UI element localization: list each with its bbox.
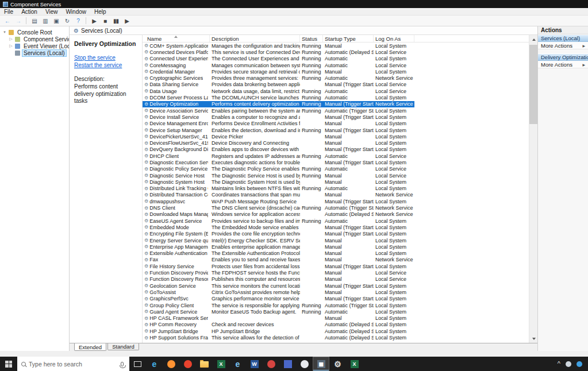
service-row[interactable]: ⚙Embedded ModeThe Embedded Mode service … — [143, 224, 414, 230]
tray-icon-2-icon[interactable] — [577, 361, 582, 367]
expand-arrow-icon[interactable]: ▷ — [9, 37, 13, 41]
taskbar-file-explorer[interactable] — [196, 357, 213, 371]
search-input[interactable] — [29, 361, 118, 368]
tree-item-services-local[interactable]: Services (Local) — [0, 49, 69, 56]
column-header-description[interactable]: Description — [210, 35, 300, 42]
actions-section-services-local[interactable]: Services (Local) — [538, 34, 588, 42]
service-row[interactable]: ⚙Distributed Transaction Coo...Coordinat… — [143, 192, 414, 198]
service-row[interactable]: ⚙DCOM Server Process Laun...The DCOMLAUN… — [143, 94, 414, 101]
service-row[interactable]: ⚙Credential ManagerProvides secure stora… — [143, 68, 414, 75]
service-row[interactable]: ⚙Diagnostic System HostThe Diagnostic Sy… — [143, 179, 414, 185]
service-row[interactable]: ⚙Guard Agent ServiceMonitor EaseUS Todo … — [143, 308, 414, 315]
help-button-icon[interactable]: ? — [73, 17, 83, 25]
menu-file[interactable]: File — [0, 8, 17, 15]
column-header-startup-type[interactable]: Startup Type — [323, 35, 374, 42]
taskbar-word[interactable]: W — [246, 357, 263, 371]
taskbar-app-blue[interactable] — [279, 357, 296, 371]
service-row[interactable]: ⚙Enterprise App Managemen...Enables ente… — [143, 244, 414, 250]
service-row[interactable]: ⚙Extensible Authentication P...The Exten… — [143, 250, 414, 257]
service-row[interactable]: ⚙Diagnostic Service HostThe Diagnostic S… — [143, 172, 414, 179]
tree-item-console-root[interactable]: ▾ Console Root — [0, 29, 69, 36]
service-row[interactable]: ⚙CoreMessagingManages communication betw… — [143, 62, 414, 68]
scroll-down-button[interactable] — [529, 334, 538, 343]
pause-service-button-icon[interactable]: ▮▮ — [111, 17, 121, 25]
service-row[interactable]: ⚙Diagnostic Policy ServiceThe Diagnostic… — [143, 166, 414, 172]
more-actions-item[interactable]: More Actions▶ — [538, 61, 588, 68]
taskbar-component-services[interactable]: ▦ — [313, 357, 329, 371]
export-list-button-icon[interactable]: ▥ — [40, 17, 50, 25]
service-row[interactable]: ⚙Device Association ServiceEnables pairi… — [143, 107, 414, 114]
restart-service-button-icon[interactable]: ▶ — [122, 17, 132, 25]
taskbar-opera[interactable] — [179, 357, 196, 371]
service-row[interactable]: ⚙DevicesFlowUserSvc_4197dDevice Discover… — [143, 140, 414, 146]
start-button[interactable] — [0, 357, 17, 371]
start-service-button-icon[interactable]: ▶ — [89, 17, 99, 25]
scroll-thumb[interactable] — [529, 45, 537, 124]
expand-arrow-icon[interactable]: ▷ — [9, 44, 13, 48]
forward-button-icon[interactable]: → — [13, 17, 23, 25]
service-row[interactable]: ⚙GraphicsPerfSvcGraphics performance mon… — [143, 296, 414, 302]
service-row[interactable]: ⚙Diagnostic Execution ServiceExecutes di… — [143, 159, 414, 165]
column-header-log-on-as[interactable]: Log On As — [374, 35, 414, 42]
service-row[interactable]: ⚙Energy Server Service queen...Intel(r) … — [143, 237, 414, 244]
show-console-tree-button-icon[interactable]: ▤ — [29, 17, 39, 25]
taskbar-task-view[interactable] — [129, 357, 146, 371]
service-link-restart-the-service[interactable]: Restart the service — [74, 62, 137, 68]
service-row[interactable]: ⚙Downloaded Maps ManagerWindows service … — [143, 211, 414, 218]
vertical-scrollbar[interactable] — [529, 35, 537, 343]
service-row[interactable]: ⚙Data UsageNetwork data usage, data limi… — [143, 88, 414, 94]
microphone-icon[interactable] — [121, 362, 124, 366]
tray-icon-1-icon[interactable] — [566, 361, 571, 367]
service-row[interactable]: ⚙FaxEnables you to send and receive faxe… — [143, 257, 414, 263]
properties-button-icon[interactable]: ▣ — [51, 17, 61, 25]
service-row[interactable]: ⚙DevicePickerUserSvc_4197dDevice PickerM… — [143, 133, 414, 140]
service-row[interactable]: ⚙Distributed Link Tracking Cl...Maintain… — [143, 186, 414, 192]
taskbar-edge[interactable]: e — [146, 357, 163, 371]
service-row[interactable]: ⚙Cryptographic ServicesProvides three ma… — [143, 75, 414, 81]
menu-window[interactable]: Window — [62, 8, 90, 15]
taskbar-excel-2[interactable]: X — [346, 357, 363, 371]
tree-item-event-viewer-local[interactable]: ▷Event Viewer (Local) — [0, 42, 69, 49]
taskbar-search[interactable] — [17, 357, 129, 371]
expand-arrow-icon[interactable]: ▾ — [2, 30, 7, 34]
column-header-status[interactable]: Status — [300, 35, 323, 42]
service-row[interactable]: ⚙DevQuery Background Disc...Enables apps… — [143, 146, 414, 153]
service-row[interactable]: ⚙Connected Devices Platfor...This servic… — [143, 49, 414, 55]
service-row[interactable]: ⚙Delivery OptimizationPerforms content d… — [143, 101, 414, 107]
service-row[interactable]: ⚙Device Setup ManagerEnables the detecti… — [143, 127, 414, 133]
service-row[interactable]: ⚙Data Sharing ServiceProvides data broke… — [143, 82, 414, 88]
actions-section-delivery-optimization[interactable]: Delivery Optimization — [538, 53, 588, 61]
service-row[interactable]: ⚙Device Management Enroll...Performs Dev… — [143, 121, 414, 127]
menu-action[interactable]: Action — [17, 8, 41, 15]
taskbar-app-red[interactable] — [263, 357, 279, 371]
service-row[interactable]: ⚙DNS ClientThe DNS Client service (dnsca… — [143, 204, 414, 211]
menu-view[interactable]: View — [41, 8, 62, 15]
tray-chevron-icon[interactable]: ^ — [558, 361, 560, 367]
taskbar-settings[interactable]: ⚙ — [329, 357, 346, 371]
service-row[interactable]: ⚙HP JumpStart BridgeHP JumpStart BridgeA… — [143, 328, 414, 334]
service-row[interactable]: ⚙dmwappushsvcWAP Push Message Routing Se… — [143, 198, 414, 204]
scroll-track[interactable] — [529, 44, 537, 334]
service-row[interactable]: ⚙Group Policy ClientThe service is respo… — [143, 302, 414, 308]
scroll-up-button[interactable] — [529, 35, 538, 44]
service-row[interactable]: ⚙Device Install ServiceEnables a compute… — [143, 114, 414, 120]
service-row[interactable]: ⚙EaseUS Agent ServiceProvides service to… — [143, 218, 414, 224]
refresh-button-icon[interactable]: ↻ — [62, 17, 72, 25]
service-row[interactable]: ⚙HP CASL Framework ServiceManualLocal Sy… — [143, 315, 414, 321]
service-row[interactable]: ⚙Function Discovery Resourc...Publishes … — [143, 276, 414, 283]
service-row[interactable]: ⚙Encrypting File System (EFS)Provides th… — [143, 231, 414, 237]
more-actions-item[interactable]: More Actions▶ — [538, 42, 588, 49]
tab-extended[interactable]: Extended — [74, 343, 106, 351]
tree-item-component-services[interactable]: ▷Component Services — [0, 36, 69, 42]
service-row[interactable]: ⚙Function Discovery Provide...The FDPHOS… — [143, 269, 414, 276]
service-row[interactable]: ⚙GoToAssistCitrix GoToAssist provides re… — [143, 289, 414, 295]
stop-service-button-icon[interactable]: ■ — [100, 17, 110, 25]
service-row[interactable]: ⚙COM+ System ApplicationManages the conf… — [143, 42, 414, 49]
service-row[interactable]: ⚙Geolocation ServiceThis service monitor… — [143, 283, 414, 289]
service-row[interactable]: ⚙DHCP ClientRegisters and updates IP add… — [143, 153, 414, 159]
taskbar-firefox[interactable] — [163, 357, 179, 371]
taskbar-excel[interactable]: X — [213, 357, 229, 371]
taskbar-internet-explorer[interactable]: e — [229, 357, 246, 371]
service-row[interactable]: ⚙HP Support Solutions Fram...This servic… — [143, 334, 414, 341]
back-button-icon[interactable]: ← — [2, 17, 12, 25]
